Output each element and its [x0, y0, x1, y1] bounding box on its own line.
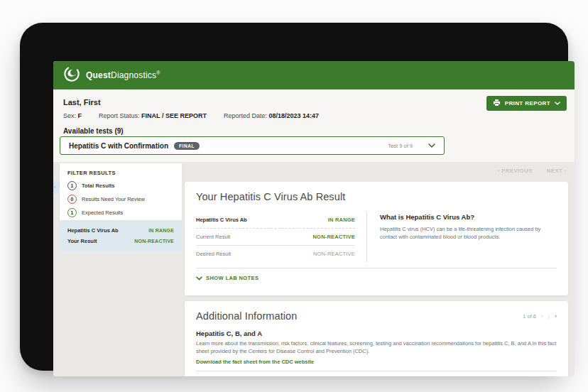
previous-button[interactable]: ‹ PREVIOUS: [497, 168, 532, 174]
chevron-down-icon: [555, 102, 560, 105]
page-indicator: 1 of 6: [523, 313, 536, 320]
reported-date-label: Reported Date:: [224, 112, 267, 119]
results-region: ‹ FILTER RESULTS 1 Total Results 0 Resul…: [53, 162, 575, 376]
next-button[interactable]: NEXT ›: [547, 168, 567, 174]
test-position: Test 9 of 9: [388, 143, 413, 149]
results-pagination: ‹ PREVIOUS NEXT ›: [497, 168, 567, 174]
main-column: ‹ PREVIOUS NEXT › Your Hepatitis C Virus…: [185, 162, 568, 376]
pager-previous-icon[interactable]: ‹: [541, 312, 543, 320]
additional-info-title: Additional Information: [196, 310, 297, 322]
sidebar-result-item[interactable]: Hepatitis C Virus Ab IN RANGE Your Resul…: [60, 220, 182, 251]
available-tests-label: Available tests (9): [63, 127, 124, 135]
filter-total-results[interactable]: 1 Total Results: [67, 181, 174, 190]
row-value: IN RANGE: [328, 217, 355, 223]
pager-separator: |: [548, 313, 550, 320]
final-status-badge: FINAL: [174, 142, 200, 150]
result-item-name: Hepatitis C Virus Ab: [67, 227, 119, 234]
app-screen: QuestDiagnostics® Last, First Sex: F Rep…: [53, 61, 575, 376]
reported-date: Reported Date: 08/18/2023 14:47: [224, 112, 319, 119]
print-report-button[interactable]: PRINT REPORT: [486, 96, 567, 111]
selected-test-name: Hepatitis C with Confirmation: [69, 142, 168, 150]
row-label: Current Result: [196, 234, 230, 240]
test-selector-dropdown[interactable]: Hepatitis C with Confirmation FINAL Test…: [60, 136, 445, 155]
info-title: What is Hepatitis C Virus Ab?: [380, 213, 557, 221]
filter-label: Total Results: [82, 183, 115, 189]
brand-name-light: Diagnostics: [111, 70, 156, 80]
show-lab-notes-label: SHOW LAB NOTES: [206, 275, 258, 281]
result-info-panel: What is Hepatitis C Virus Ab? Hepatitis …: [380, 212, 557, 262]
result-card: Your Hepatitis C Virus Ab Result Hepatit…: [185, 182, 568, 295]
brand-header: QuestDiagnostics®: [53, 61, 575, 89]
table-row: Desired Result NON-REACTIVE: [196, 246, 355, 262]
table-row: Current Result NON-REACTIVE: [196, 229, 355, 246]
total-results-count: 1: [67, 181, 77, 190]
fact-sheet-title: Hepatitis C, B, and A: [196, 330, 557, 337]
result-card-title: Your Hepatitis C Virus Ab Result: [196, 191, 557, 202]
filter-need-review[interactable]: 0 Results Need Your Review: [67, 195, 174, 204]
row-label: Hepatitis C Virus Ab: [196, 217, 247, 223]
report-status-label: Report Status:: [99, 112, 140, 119]
result-table: Hepatitis C Virus Ab IN RANGE Current Re…: [196, 212, 366, 262]
info-text: Hepatitis C virus (HCV) can be a life-th…: [380, 225, 557, 241]
additional-info-card: Additional Information 1 of 6 ‹ | › Hepa…: [185, 301, 568, 376]
chevron-down-icon: [196, 276, 202, 281]
show-lab-notes-toggle[interactable]: SHOW LAB NOTES: [196, 275, 258, 281]
quest-logo-icon: [63, 65, 80, 85]
chevron-left-icon: ‹: [54, 185, 55, 190]
filter-results-title: FILTER RESULTS: [67, 170, 174, 176]
result-item-row2-value: NON-REACTIVE: [134, 239, 174, 244]
table-row: Hepatitis C Virus Ab IN RANGE: [196, 212, 355, 229]
brand-trademark: ®: [156, 70, 160, 75]
filter-label: Expected Results: [82, 209, 123, 216]
page: QuestDiagnostics® Last, First Sex: F Rep…: [0, 0, 588, 392]
printer-icon: [493, 99, 501, 108]
expected-results-count: 1: [67, 208, 77, 217]
vertical-divider: [366, 212, 367, 262]
patient-sex: Sex: F: [63, 112, 82, 119]
additional-info-pager: 1 of 6 ‹ | ›: [523, 312, 557, 320]
chevron-down-icon: [428, 143, 435, 148]
cdc-fact-sheet-link[interactable]: Download the fact sheet from the CDC web…: [196, 359, 314, 365]
brand-name: QuestDiagnostics®: [86, 70, 160, 80]
print-report-label: PRINT REPORT: [505, 100, 550, 107]
brand-name-bold: Quest: [86, 70, 111, 80]
result-item-row2-label: Your Result: [67, 238, 97, 244]
reported-date-value: 08/18/2023 14:47: [269, 112, 320, 119]
row-label: Desired Result: [196, 251, 231, 257]
quest-logo: QuestDiagnostics®: [63, 65, 160, 85]
report-status: Report Status: FINAL / SEE REPORT: [99, 112, 207, 119]
result-item-status: IN RANGE: [148, 228, 174, 233]
tablet-frame: QuestDiagnostics® Last, First Sex: F Rep…: [20, 23, 568, 371]
patient-name: Last, First: [63, 98, 101, 107]
fact-sheet-text: Learn more about the transmission, risk …: [196, 339, 557, 356]
report-status-value: FINAL / SEE REPORT: [141, 112, 207, 119]
filter-results-panel: FILTER RESULTS 1 Total Results 0 Results…: [60, 163, 182, 227]
sex-label: Sex:: [63, 112, 76, 119]
sidebar-collapse-handle[interactable]: ‹: [53, 179, 60, 195]
horizontal-divider: [196, 268, 557, 268]
pager-next-icon[interactable]: ›: [555, 312, 557, 320]
patient-meta-row: Sex: F Report Status: FINAL / SEE REPORT…: [63, 112, 319, 119]
horizontal-divider: [196, 371, 557, 371]
filter-expected-results[interactable]: 1 Expected Results: [67, 208, 174, 217]
filter-label: Results Need Your Review: [82, 196, 145, 202]
sex-value: F: [78, 112, 82, 119]
row-value: NON-REACTIVE: [313, 251, 355, 257]
row-value: NON-REACTIVE: [313, 234, 356, 240]
need-review-count: 0: [67, 195, 77, 204]
